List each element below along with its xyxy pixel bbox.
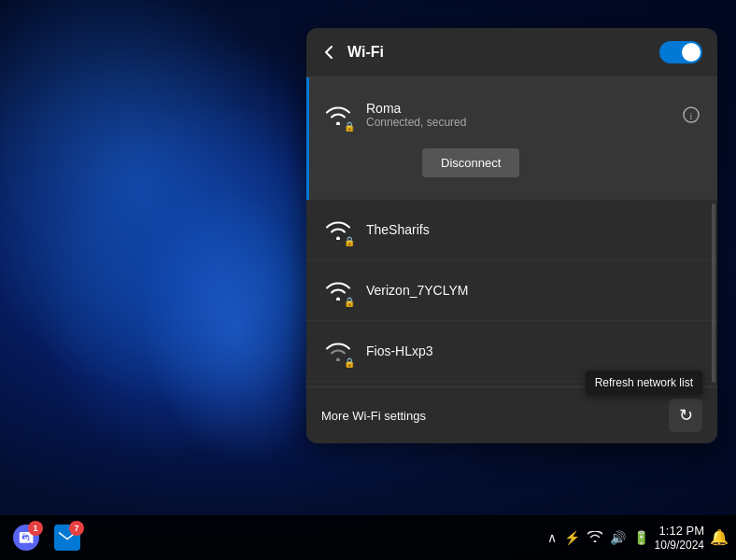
svg-text:i: i	[690, 111, 693, 121]
list-item[interactable]: 🔒 Verizon_7YCLYM	[306, 260, 717, 321]
scrollbar-track[interactable]	[712, 203, 715, 383]
desktop: Wi-Fi 🔒 Roma Connected, secured	[0, 0, 736, 560]
chevron-up-icon[interactable]: ∧	[547, 530, 557, 545]
clock-time: 1:12 PM	[655, 524, 704, 539]
connected-network-info: Roma Connected, secured	[366, 101, 669, 129]
notification-bell-icon[interactable]: 🔔	[710, 528, 729, 546]
network-name: Verizon_7YCLYM	[366, 283, 468, 298]
connected-network-name: Roma	[366, 101, 669, 116]
refresh-network-button[interactable]: ↻	[669, 399, 702, 432]
lock-icon: 🔒	[344, 236, 355, 246]
wifi-icon-container: 🔒	[321, 384, 355, 386]
disconnect-button[interactable]: Disconnect	[422, 148, 519, 177]
wifi-toggle[interactable]	[659, 41, 702, 63]
network-name: TheSharifs	[366, 222, 430, 237]
wifi-panel: Wi-Fi 🔒 Roma Connected, secured	[306, 28, 717, 443]
battery-icon[interactable]: 🔋	[633, 530, 649, 545]
connected-network-status: Connected, secured	[366, 116, 669, 129]
toggle-knob	[682, 43, 701, 62]
wifi-icon-container: 🔒	[321, 213, 355, 246]
list-item[interactable]: 🔒 Fios-HLxp3	[306, 321, 717, 382]
panel-footer: More Wi-Fi settings ↻	[306, 386, 717, 443]
usb-icon[interactable]: ⚡	[564, 530, 580, 545]
list-item[interactable]: 🔒 TheSharifs	[306, 200, 717, 260]
disconnect-container: Disconnect	[321, 141, 702, 200]
system-clock[interactable]: 1:12 PM 10/9/2024	[655, 524, 704, 552]
connected-network-section: 🔒 Roma Connected, secured i Disconnect	[306, 77, 717, 200]
panel-title: Wi-Fi	[347, 44, 648, 61]
wifi-icon-container: 🔒	[321, 334, 355, 368]
lock-icon: 🔒	[344, 297, 355, 307]
network-info-icon[interactable]: i	[680, 104, 702, 126]
connected-network-row[interactable]: 🔒 Roma Connected, secured i	[321, 89, 702, 141]
network-name: Fios-HLxp3	[366, 343, 433, 358]
discord-app-button[interactable]: 1	[7, 519, 45, 556]
more-settings-link[interactable]: More Wi-Fi settings	[321, 409, 426, 423]
mail-badge: 7	[69, 521, 84, 536]
wifi-tray-icon[interactable]	[587, 530, 602, 545]
wifi-icon-container: 🔒	[321, 98, 355, 132]
volume-icon[interactable]: 🔊	[610, 530, 626, 545]
clock-date: 10/9/2024	[655, 539, 704, 552]
taskbar: 1 7 ∧ ⚡	[0, 515, 736, 560]
discord-badge: 1	[28, 521, 43, 536]
list-item[interactable]: 🔒 Verizon_GI0T7Y	[306, 382, 717, 386]
panel-header: Wi-Fi	[306, 28, 717, 77]
back-button[interactable]	[321, 45, 336, 60]
taskbar-right: ∧ ⚡ 🔊 🔋 1:12 PM 10/9/2024 🔔	[547, 524, 729, 552]
mail-app-button[interactable]: 7	[49, 519, 86, 556]
lock-icon: 🔒	[344, 121, 355, 132]
taskbar-left: 1 7	[7, 519, 86, 556]
lock-icon: 🔒	[344, 357, 355, 368]
network-list: 🔒 TheSharifs 🔒 Verizon_7YCLYM	[306, 200, 717, 386]
tray-icons: ∧ ⚡ 🔊 🔋	[547, 530, 649, 545]
wifi-icon-container: 🔒	[321, 273, 355, 307]
